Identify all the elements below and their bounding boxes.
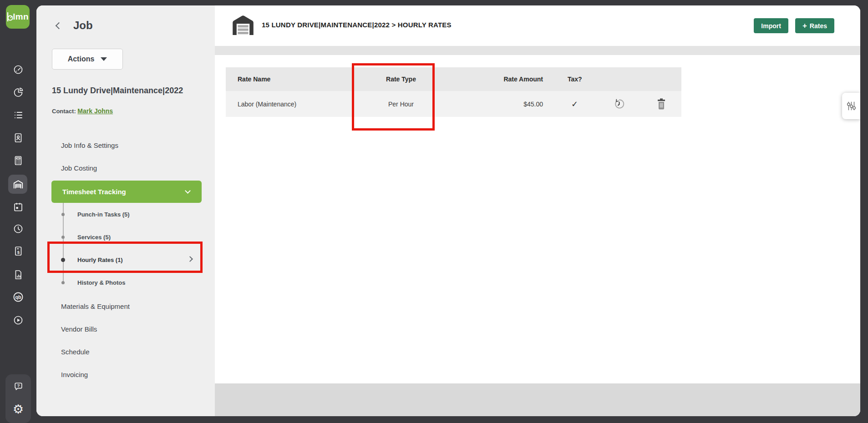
lmn-logo[interactable]: lmn [6, 5, 30, 29]
sidebar-item-invoicing[interactable]: Invoicing [61, 371, 88, 378]
actions-button[interactable]: Actions [52, 49, 123, 70]
header-buttons: Import + Rates [754, 18, 834, 33]
cell-rate-name: Labor (Maintenance) [226, 101, 362, 108]
contact-label: Contact: [52, 108, 76, 115]
sidebar-item-materials-equipment[interactable]: Materials & Equipment [61, 302, 130, 310]
logo-b-icon [7, 12, 13, 22]
sidebar-item-history-photos[interactable]: History & Photos [77, 279, 125, 286]
calendar-icon[interactable] [12, 201, 24, 213]
bullet-dot-active [61, 258, 65, 262]
breadcrumb-text: 15 LUNDY DRIVE|MAINTENANCE|2022 > HOURLY… [262, 21, 452, 29]
col-header-rate-name: Rate Name [226, 76, 362, 83]
sidebar-item-hourly-rates[interactable]: Hourly Rates (1) [77, 257, 123, 263]
main-pane: 15 LUNDY DRIVE|MAINTENANCE|2022 > HOURLY… [215, 5, 860, 416]
sidebar-header: Job [56, 19, 93, 32]
page-title: Job [73, 19, 93, 32]
sidebar-item-vendor-bills[interactable]: Vendor Bills [61, 325, 97, 333]
footer-strip [215, 383, 860, 416]
contacts-icon[interactable] [12, 132, 24, 144]
cell-rate-type: Per Hour [362, 101, 440, 108]
play-icon[interactable] [12, 314, 24, 326]
col-header-rate-type: Rate Type [362, 76, 440, 83]
sidebar-item-timesheet-tracking[interactable]: Timesheet Tracking [51, 181, 202, 203]
clock-icon[interactable] [12, 223, 24, 235]
pie-chart-icon[interactable] [12, 86, 24, 98]
bullet-dot [61, 281, 65, 284]
help-icon[interactable]: ? [12, 380, 24, 392]
dashboard-icon[interactable] [12, 64, 24, 76]
col-header-tax: Tax? [548, 76, 598, 83]
sidebar-item-punch-in-tasks[interactable]: Punch-in Tasks (5) [77, 211, 130, 218]
svg-text:?: ? [17, 383, 20, 388]
history-button[interactable] [613, 98, 625, 110]
cell-tax: ✓ [548, 99, 598, 109]
table-row[interactable]: Labor (Maintenance) Per Hour $45.00 ✓ [226, 91, 681, 117]
header-divider-strip [215, 46, 860, 55]
caret-down-icon [101, 57, 107, 61]
svg-text:$: $ [17, 250, 20, 255]
calculator-icon[interactable] [12, 155, 24, 166]
contact-link[interactable]: Mark Johns [77, 107, 113, 115]
add-rates-button[interactable]: + Rates [795, 18, 834, 33]
sidebar-item-job-info[interactable]: Job Info & Settings [61, 141, 118, 149]
garage-icon [230, 14, 256, 35]
contact-line: Contact: Mark Johns [52, 107, 113, 115]
job-sidebar: Job Actions 15 Lundy Drive|Maintenance|2… [36, 5, 215, 416]
sliders-icon [845, 100, 857, 112]
back-chevron-icon[interactable] [56, 22, 63, 29]
quickbooks-icon[interactable]: qb [12, 291, 24, 303]
chevron-right-icon [187, 256, 193, 262]
filter-panel-toggle[interactable] [842, 93, 860, 119]
content-card: Job Actions 15 Lundy Drive|Maintenance|2… [36, 5, 860, 416]
list-icon[interactable] [12, 109, 24, 121]
import-button[interactable]: Import [754, 18, 788, 33]
cell-rate-amount: $45.00 [440, 101, 548, 108]
checkmark-icon: ✓ [568, 99, 578, 109]
invoice-icon[interactable]: $ [12, 245, 24, 257]
lmn-logo-mark: lmn [7, 12, 29, 22]
app-window: lmn [0, 0, 868, 423]
sidebar-item-services[interactable]: Services (5) [77, 234, 111, 241]
icon-rail: lmn [0, 0, 36, 423]
table-header-row: Rate Name Rate Type Rate Amount Tax? [226, 67, 681, 91]
col-header-rate-amount: Rate Amount [440, 76, 548, 83]
trash-icon [656, 98, 667, 110]
svg-text:qb: qb [15, 294, 21, 300]
chevron-down-icon [185, 188, 191, 194]
history-icon [613, 98, 625, 110]
breadcrumb: 15 LUNDY DRIVE|MAINTENANCE|2022 > HOURLY… [230, 14, 452, 35]
bullet-dot [61, 213, 65, 216]
logo-text: lmn [13, 12, 29, 22]
plus-icon: + [802, 22, 807, 30]
rates-table: Rate Name Rate Type Rate Amount Tax? Lab… [226, 67, 681, 117]
jobs-garage-icon[interactable] [12, 178, 24, 190]
sidebar-item-job-costing[interactable]: Job Costing [61, 164, 97, 172]
reports-icon[interactable] [12, 269, 24, 281]
settings-gear-icon[interactable]: ⚙ [12, 403, 24, 415]
bullet-dot [61, 236, 65, 239]
delete-button[interactable] [656, 98, 667, 110]
job-name: 15 Lundy Drive|Maintenance|2022 [52, 86, 183, 96]
sidebar-item-schedule[interactable]: Schedule [61, 348, 90, 356]
